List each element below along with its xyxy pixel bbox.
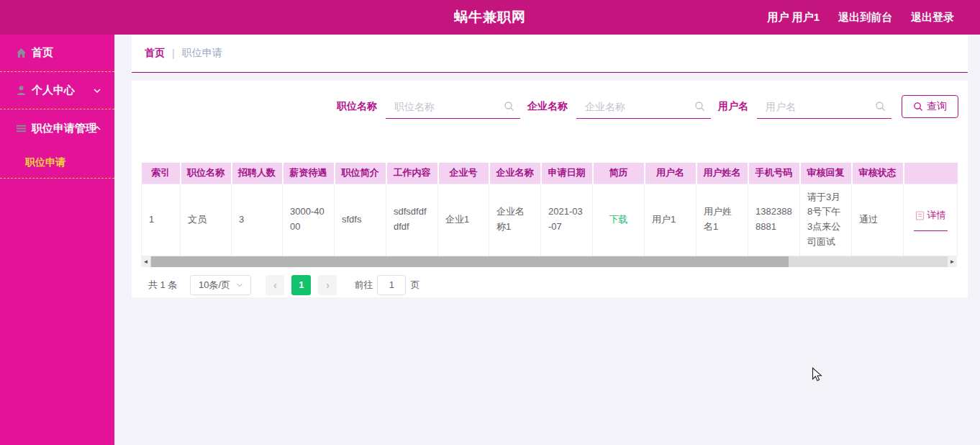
- col-header: 企业号: [438, 163, 489, 184]
- scrollbar-thumb[interactable]: [151, 256, 789, 267]
- header-user-link[interactable]: 用户 用户1: [767, 11, 820, 24]
- query-button-label: 查询: [927, 100, 947, 113]
- cell-job-intro: sfdfs: [335, 184, 386, 256]
- sidebar-subitem-job-apply[interactable]: 职位申请: [0, 147, 114, 179]
- col-header: [904, 163, 958, 184]
- col-header: 薪资待遇: [283, 163, 335, 184]
- breadcrumb: 首页 | 职位申请: [132, 35, 968, 73]
- next-page-button[interactable]: ›: [318, 275, 337, 295]
- sidebar-item-job-apply-mgmt[interactable]: 职位申请管理: [0, 109, 114, 147]
- col-header: 企业名称: [489, 163, 541, 184]
- cell-resume: 下载: [593, 184, 645, 256]
- pagination-total: 共 1 条: [148, 279, 177, 292]
- page-size-select[interactable]: 10条/页: [190, 275, 251, 295]
- search-icon: [504, 101, 514, 112]
- scroll-right-icon[interactable]: ►: [948, 256, 957, 267]
- top-header: 蜗牛兼职网 用户 用户1 退出到前台 退出登录: [0, 0, 980, 35]
- home-icon: [16, 48, 27, 58]
- cell-recruit-count: 3: [232, 184, 283, 256]
- filter-username-label: 用户名: [718, 100, 748, 113]
- col-header: 简历: [593, 163, 645, 184]
- cell-company-no: 企业1: [438, 184, 489, 256]
- search-icon: [913, 102, 923, 112]
- goto-label: 前往: [354, 279, 373, 292]
- sidebar-item-label: 个人中心: [32, 84, 75, 97]
- scrollbar-track[interactable]: [150, 256, 948, 267]
- sidebar: 首页 个人中心 职位申请管理 职位申请: [0, 35, 114, 445]
- sidebar-item-home[interactable]: 首页: [0, 35, 114, 72]
- cell-apply-date: 2021-03-07: [541, 184, 593, 256]
- job-name-input[interactable]: [386, 101, 520, 112]
- sidebar-item-label: 职位申请管理: [32, 122, 96, 135]
- cell-work-content: sdfsdfdfdfdf: [386, 184, 438, 256]
- cell-detail: 详情: [904, 184, 958, 256]
- prev-page-button[interactable]: ‹: [266, 275, 284, 295]
- filter-job-name-label: 职位名称: [337, 100, 377, 113]
- cell-index: 1: [142, 184, 181, 256]
- goto-page-input[interactable]: [377, 275, 406, 295]
- col-header: 职位名称: [181, 163, 232, 184]
- job-apply-table: 索引 职位名称 招聘人数 薪资待遇 职位简介 工作内容 企业号 企业名称 申请日…: [141, 163, 958, 267]
- detail-link-label: 详情: [927, 208, 946, 223]
- detail-link[interactable]: 详情: [914, 208, 948, 231]
- col-header: 用户名: [645, 163, 697, 184]
- list-icon: [16, 123, 27, 134]
- col-header: 申请日期: [541, 163, 593, 184]
- col-header: 索引: [142, 163, 181, 184]
- resume-download-link[interactable]: 下载: [609, 214, 628, 225]
- cell-review-status: 通过: [852, 184, 904, 256]
- col-header: 审核状态: [852, 163, 904, 184]
- chevron-up-icon: [93, 124, 101, 132]
- col-header: 招聘人数: [232, 163, 283, 184]
- user-icon: [16, 85, 27, 96]
- chevron-down-icon: [236, 282, 243, 289]
- filter-company-name: 企业名称: [527, 94, 711, 119]
- main-content: 首页 | 职位申请 职位名称 企业名称: [114, 35, 980, 445]
- breadcrumb-current: 职位申请: [182, 47, 222, 60]
- cell-review-reply: 请于3月8号下午3点来公司面试: [800, 184, 852, 256]
- cell-username: 用户1: [645, 184, 697, 256]
- sidebar-item-personal-center[interactable]: 个人中心: [0, 72, 114, 109]
- scroll-left-icon[interactable]: ◄: [141, 256, 150, 267]
- col-header: 手机号码: [748, 163, 800, 184]
- logout-link[interactable]: 退出登录: [911, 11, 954, 24]
- breadcrumb-home-link[interactable]: 首页: [145, 47, 165, 60]
- col-header: 用户姓名: [697, 163, 748, 184]
- page-number-button[interactable]: 1: [291, 275, 311, 295]
- goto-unit: 页: [410, 279, 419, 292]
- table-row: 1 文员 3 3000-4000 sfdfs sdfsdfdfdfdf 企业1 …: [142, 184, 958, 256]
- sidebar-subitem-label: 职位申请: [25, 156, 65, 169]
- header-links: 用户 用户1 退出到前台 退出登录: [767, 11, 954, 24]
- cell-user-fullname: 用户姓名1: [697, 184, 748, 256]
- cell-job-name: 文员: [181, 184, 232, 256]
- filter-job-name: 职位名称: [337, 94, 520, 119]
- pagination: 共 1 条 10条/页 ‹ 1 › 前往 页: [141, 275, 958, 295]
- horizontal-scrollbar[interactable]: ◄ ►: [141, 256, 957, 267]
- search-icon: [875, 101, 886, 112]
- filter-company-label: 企业名称: [527, 100, 568, 113]
- col-header: 职位简介: [335, 163, 386, 184]
- company-name-input[interactable]: [576, 101, 711, 112]
- sidebar-item-label: 首页: [32, 46, 53, 60]
- cell-salary: 3000-4000: [283, 184, 335, 256]
- cell-company-name: 企业名称1: [489, 184, 541, 256]
- table-header-row: 索引 职位名称 招聘人数 薪资待遇 职位简介 工作内容 企业号 企业名称 申请日…: [142, 163, 958, 184]
- col-header: 审核回复: [800, 163, 852, 184]
- filter-username: 用户名: [718, 94, 891, 119]
- cell-phone: 13823888881: [748, 184, 800, 256]
- chevron-down-icon: [93, 86, 101, 95]
- page-size-value: 10条/页: [199, 279, 230, 292]
- breadcrumb-separator: |: [172, 48, 175, 59]
- username-input[interactable]: [757, 101, 891, 112]
- col-header: 工作内容: [386, 163, 438, 184]
- content-card: 职位名称 企业名称 用户名: [132, 81, 968, 297]
- search-icon: [694, 101, 705, 112]
- query-button[interactable]: 查询: [902, 95, 958, 118]
- document-icon: [915, 211, 925, 220]
- filter-row: 职位名称 企业名称 用户名: [141, 81, 958, 120]
- exit-to-front-link[interactable]: 退出到前台: [838, 11, 892, 24]
